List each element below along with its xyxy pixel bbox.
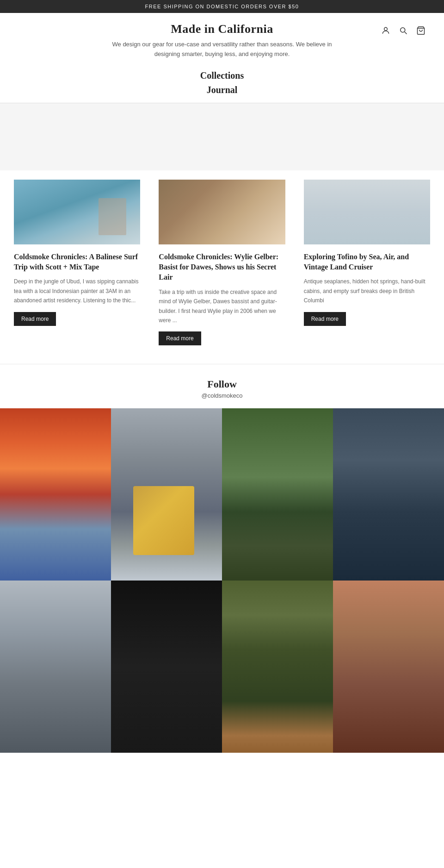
instagram-cell-1[interactable] (0, 408, 111, 581)
article-excerpt-1: Deep in the jungle of Ubud, I was sippin… (14, 277, 140, 305)
journal-hero (0, 103, 444, 170)
instagram-cell-4[interactable] (333, 408, 444, 581)
follow-handle: @coldsmokeco (0, 392, 444, 399)
read-more-button-3[interactable]: Read more (304, 312, 346, 326)
read-more-button-2[interactable]: Read more (159, 331, 201, 345)
follow-section: Follow @coldsmokeco (0, 364, 444, 408)
article-card-2: Coldsmoke Chronicles: Wylie Gelber: Basi… (149, 180, 294, 346)
cart-icon[interactable] (416, 26, 426, 37)
header: Made in California We design our gear fo… (0, 13, 444, 64)
nav-journal[interactable]: Journal (0, 83, 444, 97)
instagram-grid (0, 408, 444, 753)
articles-section: Coldsmoke Chronicles: A Balinese Surf Tr… (0, 170, 444, 364)
search-icon[interactable] (399, 26, 408, 37)
article-card-1: Coldsmoke Chronicles: A Balinese Surf Tr… (9, 180, 149, 346)
instagram-cell-3[interactable] (222, 408, 333, 581)
article-card-3: Exploring Tofino by Sea, Air, and Vintag… (295, 180, 435, 346)
article-image-2 (159, 180, 285, 244)
article-excerpt-2: Take a trip with us inside the creative … (159, 287, 285, 325)
article-title-2: Coldsmoke Chronicles: Wylie Gelber: Basi… (159, 252, 285, 283)
article-image-1 (14, 180, 140, 244)
instagram-cell-8[interactable] (333, 581, 444, 753)
user-icon[interactable] (381, 26, 390, 37)
brand-tagline: We design our gear for use-case and vers… (102, 40, 342, 59)
brand-name: Made in California (18, 22, 426, 36)
svg-point-1 (401, 28, 405, 32)
article-image-3 (304, 180, 430, 244)
instagram-cell-7[interactable] (222, 581, 333, 753)
nav-collections[interactable]: Collections (0, 69, 444, 83)
header-icons (381, 26, 426, 37)
article-title-1: Coldsmoke Chronicles: A Balinese Surf Tr… (14, 252, 140, 273)
instagram-cell-6[interactable] (111, 581, 222, 753)
article-title-3: Exploring Tofino by Sea, Air, and Vintag… (304, 252, 430, 273)
main-nav: Collections Journal (0, 64, 444, 97)
top-banner: FREE SHIPPING ON DOMESTIC ORDERS OVER $5… (0, 0, 444, 13)
svg-point-0 (384, 27, 388, 31)
svg-line-2 (405, 32, 407, 34)
instagram-cell-5[interactable] (0, 581, 111, 753)
read-more-button-1[interactable]: Read more (14, 312, 56, 326)
instagram-cell-2[interactable] (111, 408, 222, 581)
article-excerpt-3: Antique seaplanes, hidden hot springs, h… (304, 277, 430, 305)
follow-title: Follow (0, 378, 444, 390)
